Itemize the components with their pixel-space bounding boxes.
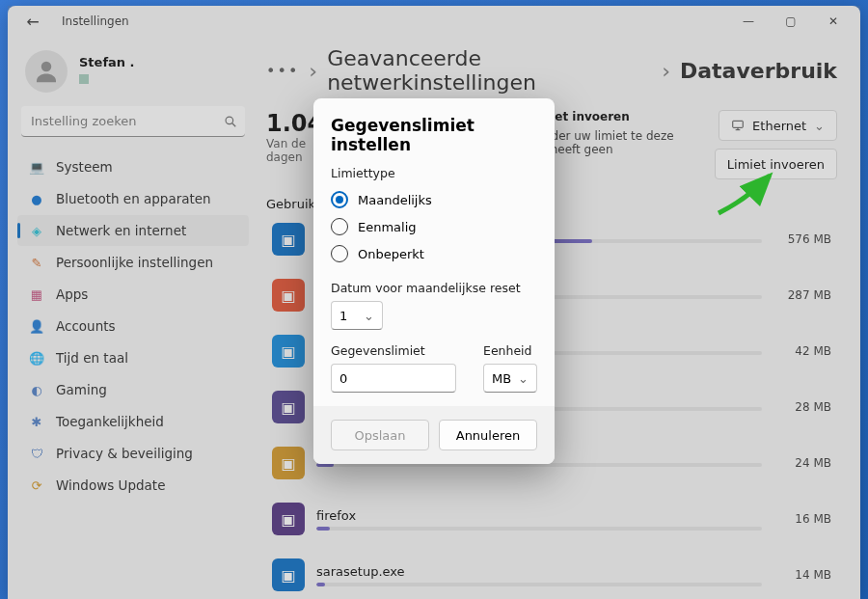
- app-icon: ▣: [272, 503, 305, 535]
- nav-icon: ▦: [29, 286, 44, 302]
- nav-label: Tijd en taal: [56, 350, 128, 366]
- svg-point-0: [41, 62, 52, 72]
- sidebar-item[interactable]: 💻Systeem: [17, 151, 249, 182]
- app-size: 14 MB: [773, 568, 831, 582]
- nav-label: Apps: [56, 286, 88, 302]
- user-name: Stefan .: [79, 55, 135, 69]
- radio-once[interactable]: Eenmalig: [331, 213, 537, 240]
- app-icon: ▣: [272, 279, 305, 312]
- nav-label: Privacy & beveiliging: [56, 446, 193, 461]
- titlebar: ← Instellingen — ▢ ✕: [8, 6, 860, 37]
- sidebar-item[interactable]: 🛡Privacy & beveiliging: [17, 438, 249, 469]
- close-button[interactable]: ✕: [812, 8, 854, 35]
- sidebar-item[interactable]: ◈Netwerk en internet: [17, 215, 249, 246]
- breadcrumb-parent[interactable]: Geavanceerde netwerkinstellingen: [327, 46, 652, 95]
- sidebar-item[interactable]: ⟳Windows Update: [17, 470, 249, 501]
- nav-list: 💻Systeem●Bluetooth en apparaten◈Netwerk …: [17, 150, 249, 502]
- avatar: [25, 50, 68, 93]
- nav-icon: 💻: [29, 159, 44, 175]
- app-size: 28 MB: [773, 400, 831, 414]
- search-input[interactable]: [21, 106, 245, 137]
- sidebar-item[interactable]: 🌐Tijd en taal: [17, 342, 249, 373]
- chevron-right-icon: ›: [309, 59, 317, 83]
- cancel-button[interactable]: Annuleren: [439, 420, 537, 450]
- app-usage-row[interactable]: ▣ firefox 16 MB: [266, 497, 837, 541]
- nav-icon: 👤: [29, 318, 44, 334]
- nav-label: Persoonlijke instellingen: [56, 255, 213, 270]
- search-box[interactable]: [21, 106, 245, 137]
- sidebar: Stefan . 💻Systeem●Bluetooth en apparaten…: [8, 37, 258, 599]
- app-size: 576 MB: [773, 232, 831, 246]
- sidebar-item[interactable]: ●Bluetooth en apparaten: [17, 183, 249, 214]
- nav-label: Accounts: [56, 318, 116, 334]
- nav-icon: ●: [29, 191, 44, 206]
- app-usage-row[interactable]: ▣ sarasetup.exe 14 MB: [266, 553, 837, 597]
- dialog-title: Gegevenslimiet instellen: [331, 116, 537, 154]
- window-title: Instellingen: [62, 14, 129, 28]
- data-limit-input[interactable]: [339, 371, 448, 386]
- reset-date-select[interactable]: 1 ⌄: [331, 301, 383, 330]
- reset-date-label: Datum voor maandelijkse reset: [331, 281, 537, 295]
- chevron-right-icon: ›: [662, 59, 670, 83]
- svg-line-2: [232, 123, 236, 127]
- sidebar-item[interactable]: 👤Accounts: [17, 311, 249, 341]
- nav-icon: ✎: [29, 255, 44, 270]
- ethernet-dropdown[interactable]: Ethernet ⌄: [719, 110, 837, 141]
- app-icon: ▣: [272, 335, 305, 368]
- settings-window: ← Instellingen — ▢ ✕ Stefan .: [8, 6, 860, 599]
- breadcrumb-current: Dataverbruik: [680, 59, 837, 83]
- nav-label: Netwerk en internet: [56, 223, 186, 238]
- nav-icon: ✱: [29, 414, 44, 429]
- nav-label: Windows Update: [56, 477, 165, 493]
- enter-limit-button[interactable]: Limiet invoeren: [715, 149, 837, 179]
- chevron-down-icon: ⌄: [364, 309, 374, 323]
- nav-label: Gaming: [56, 382, 107, 397]
- app-size: 287 MB: [773, 288, 831, 302]
- nav-icon: ◈: [29, 223, 44, 238]
- monitor-icon: [731, 119, 745, 132]
- app-icon: ▣: [272, 391, 305, 423]
- usage-bar: [316, 527, 762, 531]
- save-button[interactable]: Opslaan: [331, 420, 429, 450]
- sidebar-item[interactable]: ◐Gaming: [17, 374, 249, 405]
- app-size: 42 MB: [773, 344, 831, 358]
- unit-select[interactable]: MB ⌄: [483, 364, 537, 393]
- chevron-down-icon: ⌄: [814, 119, 825, 133]
- radio-monthly[interactable]: Maandelijks: [331, 186, 537, 213]
- minimize-button[interactable]: —: [727, 8, 770, 35]
- sidebar-item[interactable]: ✎Persoonlijke instellingen: [17, 247, 249, 278]
- nav-icon: ◐: [29, 382, 44, 397]
- nav-icon: 🌐: [29, 350, 44, 366]
- app-name: firefox: [316, 508, 762, 523]
- svg-point-1: [226, 117, 233, 124]
- breadcrumb: ••• › Geavanceerde netwerkinstellingen ›…: [266, 46, 837, 95]
- data-limit-label: Gegevenslimiet: [331, 343, 474, 358]
- back-button[interactable]: ←: [23, 13, 42, 31]
- user-block[interactable]: Stefan .: [17, 44, 249, 106]
- radio-icon: [331, 191, 348, 208]
- nav-icon: 🛡: [29, 446, 44, 461]
- sidebar-item[interactable]: ✱Toegankelijkheid: [17, 406, 249, 437]
- data-limit-input-wrap[interactable]: [331, 364, 456, 393]
- app-size: 24 MB: [773, 456, 831, 470]
- app-name: sarasetup.exe: [316, 564, 762, 579]
- app-size: 16 MB: [773, 512, 831, 526]
- radio-icon: [331, 218, 348, 235]
- app-icon: ▣: [272, 558, 305, 591]
- data-limit-dialog: Gegevenslimiet instellen Limiettype Maan…: [313, 98, 555, 464]
- app-icon: ▣: [272, 447, 305, 479]
- unit-label: Eenheid: [483, 343, 537, 358]
- breadcrumb-more[interactable]: •••: [266, 62, 299, 80]
- nav-label: Bluetooth en apparaten: [56, 191, 211, 206]
- nav-label: Systeem: [56, 159, 113, 175]
- radio-icon: [331, 245, 348, 262]
- app-icon: ▣: [272, 223, 305, 256]
- radio-unlimited[interactable]: Onbeperkt: [331, 240, 537, 267]
- maximize-button[interactable]: ▢: [770, 8, 812, 35]
- limit-type-label: Limiettype: [331, 166, 537, 180]
- usage-bar: [316, 583, 762, 586]
- chevron-down-icon: ⌄: [518, 371, 529, 386]
- nav-icon: ⟳: [29, 477, 44, 493]
- sidebar-item[interactable]: ▦Apps: [17, 279, 249, 310]
- search-icon: [224, 114, 237, 132]
